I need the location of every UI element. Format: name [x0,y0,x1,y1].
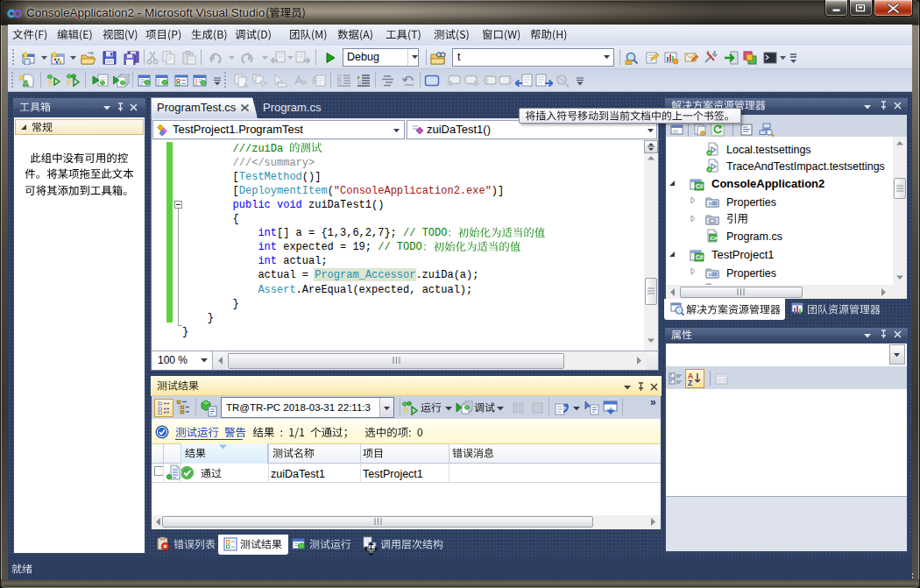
svg-text:Z: Z [688,379,692,386]
svg-text:C#: C# [696,183,704,189]
svg-text:C#: C# [696,254,704,260]
svg-text:C#: C# [710,235,717,241]
